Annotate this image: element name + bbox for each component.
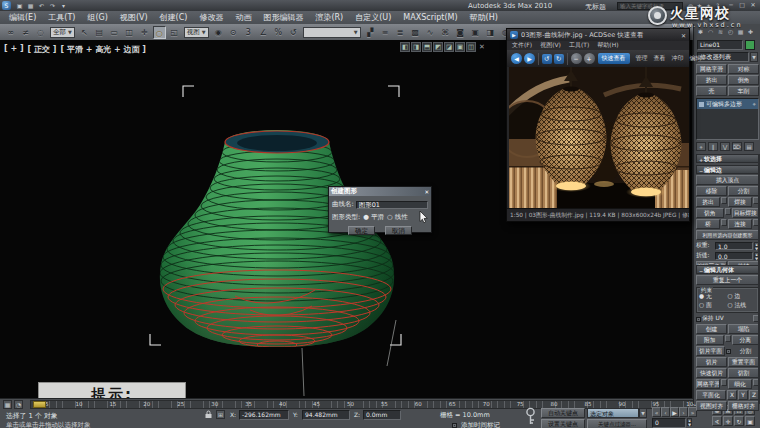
spinner-snap-icon[interactable]: ↺ bbox=[287, 26, 300, 39]
maximize-viewport-icon[interactable]: ▣ bbox=[745, 416, 755, 426]
configure-sets-icon[interactable]: ▤ bbox=[744, 142, 754, 151]
acdsee-tab[interactable]: 冲印 bbox=[669, 54, 687, 63]
render-setup-icon[interactable]: ▣ bbox=[469, 26, 482, 39]
curve-editor-icon[interactable]: ∿ bbox=[424, 26, 437, 39]
maximize-button[interactable]: □ bbox=[737, 1, 747, 8]
object-color-swatch[interactable] bbox=[745, 40, 755, 50]
preserve-uv-checkbox[interactable] bbox=[696, 317, 701, 322]
chamfer-settings-icon[interactable] bbox=[725, 208, 731, 215]
save-file-icon[interactable]: ▦ bbox=[26, 1, 35, 10]
mirror-icon[interactable]: ▞ bbox=[364, 26, 377, 39]
pin-icon[interactable]: ⌖ bbox=[753, 100, 756, 108]
cancel-button[interactable]: 取消 bbox=[385, 226, 412, 235]
slice-button[interactable]: 切片 bbox=[696, 357, 727, 367]
constraint-edge-radio[interactable]: ○ 边 bbox=[728, 292, 757, 301]
undo-icon[interactable]: ↶ bbox=[37, 1, 46, 10]
attach-settings-icon[interactable] bbox=[725, 335, 731, 342]
modifier-list-dropdown[interactable]: 修改器列表 bbox=[697, 52, 749, 62]
snap-toggle-icon[interactable]: 3 bbox=[242, 26, 255, 39]
msmooth-button[interactable]: 网格平滑 bbox=[696, 379, 720, 389]
z-coordinate-field[interactable]: 0.0mm bbox=[363, 410, 401, 420]
rectangular-region-icon[interactable]: ▭ bbox=[108, 26, 121, 39]
unlink-selection-icon[interactable]: ≠ bbox=[19, 26, 32, 39]
chamfer-button[interactable]: 切角 bbox=[696, 208, 724, 218]
create-shape-from-selection-button[interactable]: 利用所选内容创建图形 bbox=[696, 230, 759, 240]
menu-item[interactable]: 组(G) bbox=[82, 12, 112, 23]
modifier-stack[interactable]: 可编辑多边形 ⌖ bbox=[696, 98, 759, 140]
reset-plane-button[interactable]: 重置平面 bbox=[728, 357, 759, 367]
frame-spinner[interactable]: ▲▼ bbox=[687, 418, 692, 428]
planar-y-button[interactable]: Y bbox=[738, 390, 748, 400]
make-planar-button[interactable]: 平面化 bbox=[696, 390, 726, 400]
use-pivot-center-icon[interactable]: ◉ bbox=[212, 26, 225, 39]
acdsee-close-icon[interactable]: ✕ bbox=[681, 32, 686, 39]
motion-tab-icon[interactable]: ◴ bbox=[726, 27, 735, 36]
create-tab-icon[interactable]: ✱ bbox=[696, 27, 705, 36]
extrude-settings-icon[interactable] bbox=[721, 197, 727, 204]
previous-frame-icon[interactable]: ‹ bbox=[661, 407, 670, 417]
menu-item[interactable]: 帮助(H) bbox=[465, 12, 503, 23]
object-name-field[interactable]: Line01 bbox=[697, 40, 743, 50]
absolute-mode-icon[interactable]: ⊞ bbox=[216, 410, 225, 419]
sign-in-icon[interactable]: ✦ bbox=[704, 1, 713, 10]
make-unique-icon[interactable]: ⋁ bbox=[720, 142, 730, 151]
y-coordinate-field[interactable]: 94.482mm bbox=[302, 410, 350, 420]
remove-modifier-icon[interactable]: ⌦ bbox=[732, 142, 742, 151]
set-keys-icon[interactable] bbox=[524, 407, 537, 427]
time-slider-handle[interactable] bbox=[33, 401, 46, 408]
target-weld-button[interactable]: 目标焊接 bbox=[732, 208, 760, 218]
set-key-button[interactable]: 设置关键点 bbox=[541, 419, 585, 428]
acdsee-menu-item[interactable]: 文件(F) bbox=[512, 41, 532, 50]
bind-to-space-warp-icon[interactable]: ◌ bbox=[34, 26, 47, 39]
dialog-title-bar[interactable]: 创建图形 ✕ bbox=[329, 187, 431, 196]
hierarchy-tab-icon[interactable]: ≋ bbox=[716, 27, 725, 36]
select-object-icon[interactable]: ↖ bbox=[78, 26, 91, 39]
quick-slice-button[interactable]: 快速切片 bbox=[696, 368, 727, 378]
open-file-icon[interactable]: ▣ bbox=[15, 1, 24, 10]
go-to-start-icon[interactable]: « bbox=[652, 407, 661, 417]
selection-lock-icon[interactable] bbox=[204, 410, 213, 419]
selection-filter-dropdown[interactable]: 全部▼ bbox=[50, 27, 75, 38]
planar-x-button[interactable]: X bbox=[727, 390, 737, 400]
menu-item[interactable]: 动画 bbox=[230, 12, 256, 23]
modifier-button[interactable]: 车削 bbox=[728, 86, 759, 96]
weld-button[interactable]: 焊接 bbox=[728, 197, 752, 207]
align-icon[interactable]: ≡ bbox=[379, 26, 392, 39]
open-mini-listener-icon[interactable]: ▦ bbox=[3, 400, 12, 409]
modifier-list-arrow[interactable]: ▼ bbox=[750, 52, 758, 62]
bridge-button[interactable]: 桥 bbox=[696, 219, 720, 229]
window-crossing-icon[interactable]: ◫ bbox=[123, 26, 136, 39]
menu-item[interactable]: 渲染(R) bbox=[310, 12, 348, 23]
create-button[interactable]: 创建 bbox=[696, 324, 727, 334]
fov-icon[interactable]: ∢ bbox=[712, 416, 722, 426]
stack-item-label[interactable]: 可编辑多边形 bbox=[706, 100, 751, 109]
rotate-right-icon[interactable]: ↻ bbox=[554, 54, 564, 64]
select-and-rotate-icon[interactable]: ○ bbox=[153, 26, 166, 39]
current-frame-field[interactable]: 0 bbox=[652, 418, 686, 428]
modifier-button[interactable]: 挤出 bbox=[696, 75, 727, 85]
view-align-button[interactable]: 视图对齐 bbox=[696, 401, 727, 411]
pan-icon[interactable]: ✛ bbox=[723, 416, 733, 426]
display-tab-icon[interactable]: ▦ bbox=[736, 27, 745, 36]
rollout-soft-selection[interactable]: +软选择 bbox=[696, 154, 760, 163]
play-icon[interactable]: ▶ bbox=[670, 407, 679, 417]
close-button[interactable]: ✕ bbox=[748, 1, 758, 8]
weight-field[interactable]: 1.0 bbox=[715, 242, 753, 250]
redo-icon[interactable]: ↷ bbox=[48, 1, 57, 10]
layer-manager-icon[interactable]: ≣ bbox=[394, 26, 407, 39]
rollout-edit-edges[interactable]: −编辑边 bbox=[696, 165, 760, 174]
angle-snap-icon[interactable]: ∠ bbox=[257, 26, 270, 39]
named-selection-sets-field[interactable]: ▼ bbox=[303, 27, 361, 38]
key-mode-dropdown[interactable]: 选定对象 bbox=[587, 408, 639, 418]
collapse-button[interactable]: 塌陷 bbox=[728, 324, 759, 334]
create-shape-dialog[interactable]: 创建图形 ✕ 曲线名: 图形01 图形类型: ● 平滑 ○ 线性 确定 取消 bbox=[328, 186, 432, 233]
acdsee-title-bar[interactable]: ▶ 03图形-曲线制作.jpg - ACDSee 快速查看 ✕ bbox=[507, 29, 689, 41]
time-configuration-icon[interactable]: ◔ bbox=[14, 400, 23, 409]
search-input[interactable] bbox=[617, 2, 683, 10]
acdsee-tab[interactable]: 查看 bbox=[651, 54, 669, 63]
orbit-icon[interactable]: ↻ bbox=[734, 416, 744, 426]
ok-button[interactable]: 确定 bbox=[348, 226, 375, 235]
menu-item[interactable]: 工具(T) bbox=[43, 12, 80, 23]
acdsee-menu-item[interactable]: 视图(V) bbox=[540, 41, 561, 50]
menu-item[interactable]: 编辑(E) bbox=[4, 12, 41, 23]
